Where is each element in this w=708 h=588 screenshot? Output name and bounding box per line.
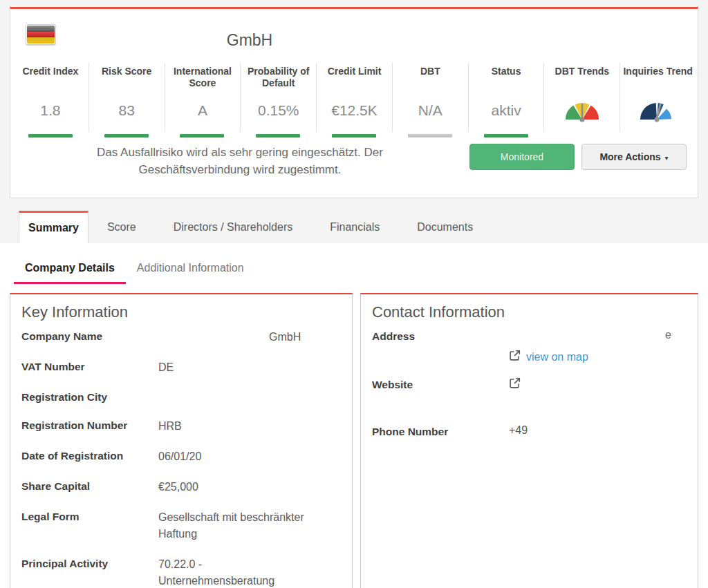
metric-bar [180, 134, 224, 137]
sub-tabs: Company Details Additional Information [0, 243, 708, 284]
view-on-map-row: view on map [509, 350, 687, 364]
metric-label: DBT [393, 64, 468, 89]
risk-assessment-text: Das Ausfallrisiko wird als sehr gering e… [10, 144, 469, 178]
address-fragment: e [665, 329, 687, 341]
monitored-button[interactable]: Monitored [469, 144, 575, 170]
tab-score[interactable]: Score [97, 211, 146, 243]
metric-bar [104, 134, 149, 137]
metric-value: 83 [89, 95, 165, 126]
metric-credit-limit: Credit Limit €12.5K [316, 63, 392, 137]
field-website: Website [372, 377, 687, 392]
field-registration-city: Registration City [21, 390, 341, 404]
view-on-map-link[interactable]: view on map [526, 351, 588, 363]
card-footer: Das Ausfallrisiko wird als sehr gering e… [10, 144, 698, 178]
tab-summary[interactable]: Summary [19, 211, 88, 243]
external-link-icon[interactable] [509, 377, 521, 392]
metric-bar [332, 134, 376, 137]
metric-value: 0.15% [241, 95, 316, 126]
header-actions: Monitored More Actions▾ [469, 144, 698, 178]
gauge-green-yellow-red-icon [564, 99, 600, 122]
tab-directors-shareholders[interactable]: Directors / Shareholders [164, 211, 303, 243]
metric-label: Inquiries Trend [620, 64, 696, 89]
field-company-name: Company Name GmbH [21, 329, 341, 345]
field-address: Address e [372, 329, 687, 343]
metric-bar [484, 134, 528, 137]
panel-title: Key Information [21, 303, 341, 321]
metrics-row: Credit Index 1.8 Risk Score 83 Internati… [10, 63, 698, 137]
metric-label: Probability of Default [241, 64, 316, 89]
more-actions-button[interactable]: More Actions▾ [581, 144, 687, 170]
caret-down-icon: ▾ [665, 154, 669, 162]
metric-bar [408, 134, 452, 137]
metric-label: DBT Trends [544, 64, 620, 89]
metric-value: aktiv [469, 95, 544, 126]
subtab-additional-information[interactable]: Additional Information [126, 255, 255, 284]
metric-credit-index: Credit Index 1.8 [12, 63, 88, 137]
field-phone-number: Phone Number +49 [372, 424, 687, 439]
metric-probability-of-default: Probability of Default 0.15% [240, 63, 316, 137]
metric-bar [28, 134, 73, 137]
metric-risk-score: Risk Score 83 [88, 63, 165, 137]
company-header-card: GmbH Credit Index 1.8 Risk Score 83 Inte… [10, 7, 698, 198]
field-principal-activity: Principal Activity 70.22.0 - Unternehmen… [21, 556, 341, 588]
subtab-company-details[interactable]: Company Details [14, 255, 126, 284]
metric-label: Credit Index [12, 64, 88, 89]
card-header: GmbH [10, 9, 698, 63]
contact-information-panel: Contact Information Address e view on ma… [360, 293, 698, 588]
key-information-panel: Key Information Company Name GmbH VAT Nu… [10, 293, 353, 588]
panels-row: Key Information Company Name GmbH VAT Nu… [10, 293, 698, 588]
summary-content: Company Details Additional Information K… [0, 243, 708, 588]
field-registration-number: Registration Number HRB [21, 418, 341, 435]
metric-bar [256, 134, 300, 137]
field-date-of-registration: Date of Registration 06/01/20 [21, 448, 341, 465]
metric-value: 1.8 [12, 95, 88, 126]
metric-inquiries-trend: Inquiries Trend [620, 63, 696, 137]
metric-dbt: DBT N/A [392, 63, 468, 137]
metric-dbt-trends: DBT Trends [543, 63, 620, 137]
tab-financials[interactable]: Financials [320, 211, 389, 243]
gauge-blue-icon [640, 99, 676, 122]
top-region: GmbH Credit Index 1.8 Risk Score 83 Inte… [0, 0, 708, 243]
metric-international-score: International Score A [165, 63, 241, 137]
company-title: GmbH [10, 31, 489, 50]
field-share-capital: Share Capital €25,000 [21, 479, 341, 495]
metric-value: €12.5K [317, 95, 392, 126]
metric-status: Status aktiv [468, 63, 544, 137]
main-tabs: Summary Score Directors / Shareholders F… [0, 211, 708, 243]
field-legal-form: Legal Form Gesellschaft mit beschränkter… [21, 509, 341, 542]
metric-value: A [165, 95, 241, 126]
metric-label: Status [469, 64, 544, 89]
panel-title: Contact Information [372, 303, 687, 321]
external-link-icon[interactable] [509, 350, 521, 364]
tab-documents[interactable]: Documents [407, 211, 483, 243]
field-vat-number: VAT Number DE [21, 359, 341, 376]
metric-label: Risk Score [89, 64, 165, 89]
metric-value: N/A [393, 95, 468, 126]
metric-label: International Score [165, 64, 241, 89]
metric-label: Credit Limit [317, 64, 392, 89]
